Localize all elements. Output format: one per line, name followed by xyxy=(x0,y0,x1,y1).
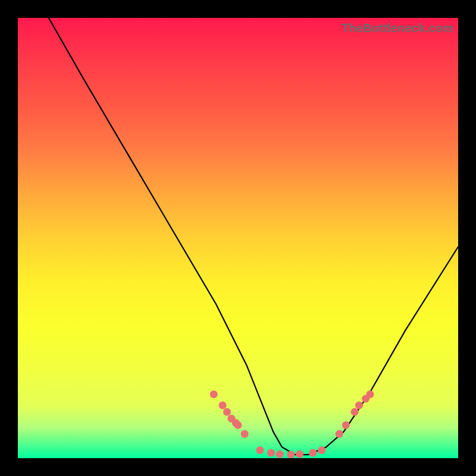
marker-dot xyxy=(219,402,227,409)
curve-path xyxy=(49,18,458,455)
marker-dot xyxy=(309,449,317,457)
marker-dot xyxy=(287,451,295,458)
marker-dot xyxy=(351,408,359,416)
marker-dot xyxy=(336,430,343,438)
marker-dots xyxy=(210,390,374,458)
marker-dot xyxy=(296,450,303,458)
chart-svg xyxy=(18,18,458,458)
marker-dot xyxy=(342,421,350,429)
marker-dot xyxy=(223,408,231,416)
marker-dot xyxy=(355,402,363,409)
marker-dot xyxy=(367,390,374,398)
marker-dot xyxy=(210,390,218,398)
marker-dot xyxy=(267,449,275,457)
marker-dot xyxy=(241,430,249,438)
marker-dot xyxy=(276,450,284,458)
marker-dot xyxy=(318,446,325,454)
marker-dot xyxy=(256,446,264,454)
chart-container: TheBottleneck.com xyxy=(0,0,476,476)
marker-dot xyxy=(234,421,242,429)
plot-area: TheBottleneck.com xyxy=(18,18,458,458)
